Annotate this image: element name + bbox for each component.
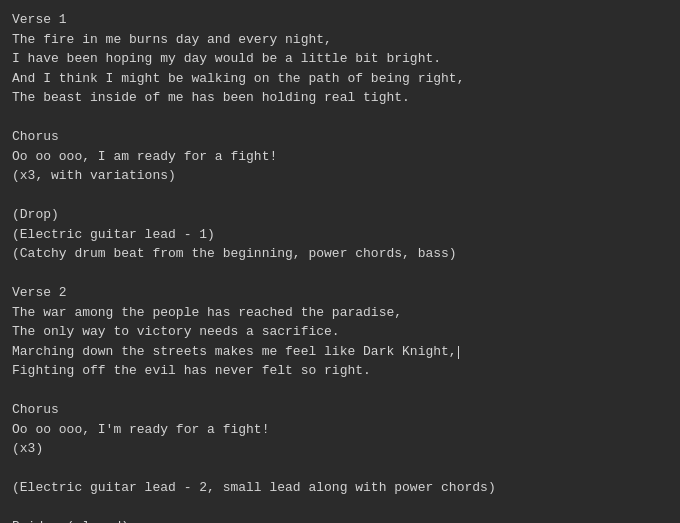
lyric-line: (Catchy drum beat from the beginning, po… [12, 244, 668, 264]
lyric-line: The war among the people has reached the… [12, 303, 668, 323]
lyric-line: Verse 1 [12, 10, 668, 30]
lyric-line [12, 459, 668, 479]
lyric-line [12, 186, 668, 206]
lyric-line: (x3, with variations) [12, 166, 668, 186]
lyric-line: (Drop) [12, 205, 668, 225]
lyrics-content: Verse 1The fire in me burns day and ever… [12, 10, 668, 523]
lyric-line: The beast inside of me has been holding … [12, 88, 668, 108]
lyric-line [12, 498, 668, 518]
lyric-line: The fire in me burns day and every night… [12, 30, 668, 50]
lyric-line: The only way to victory needs a sacrific… [12, 322, 668, 342]
lyric-line: (Electric guitar lead - 1) [12, 225, 668, 245]
lyric-line: Oo oo ooo, I am ready for a fight! [12, 147, 668, 167]
lyric-line: And I think I might be walking on the pa… [12, 69, 668, 89]
lyric-line: I have been hoping my day would be a lit… [12, 49, 668, 69]
lyric-line: Chorus [12, 127, 668, 147]
text-cursor [458, 346, 459, 359]
lyric-line: Oo oo ooo, I'm ready for a fight! [12, 420, 668, 440]
lyric-line: Bridge (slowed) [12, 517, 668, 523]
lyric-line: Verse 2 [12, 283, 668, 303]
lyric-line [12, 264, 668, 284]
lyric-line: (Electric guitar lead - 2, small lead al… [12, 478, 668, 498]
lyric-line: (x3) [12, 439, 668, 459]
lyric-line: Chorus [12, 400, 668, 420]
lyric-line: Marching down the streets makes me feel … [12, 342, 668, 362]
lyric-line: Fighting off the evil has never felt so … [12, 361, 668, 381]
lyric-line [12, 108, 668, 128]
lyric-line [12, 381, 668, 401]
